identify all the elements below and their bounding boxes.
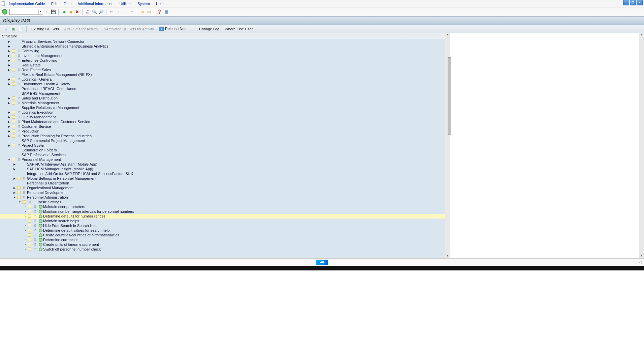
tree-row[interactable]: ▶🖹Organizational Management bbox=[0, 185, 445, 190]
text-doc-icon[interactable]: 🖹 bbox=[17, 101, 21, 105]
expand-icon[interactable]: ▶ bbox=[7, 111, 11, 114]
tree-row[interactable]: ▶🖹Environment, Health & Safety bbox=[0, 82, 445, 86]
tree-row[interactable]: ▶🖹Sales and Distribution bbox=[0, 96, 445, 100]
text-doc-icon[interactable]: 🖹 bbox=[33, 214, 37, 218]
tree-row[interactable]: •🖹Switch off personnel number check bbox=[0, 247, 445, 252]
activity-doc-icon[interactable] bbox=[11, 101, 15, 105]
execute-icon[interactable] bbox=[38, 205, 42, 209]
activity-doc-icon[interactable] bbox=[28, 209, 32, 213]
text-doc-icon[interactable]: 🖹 bbox=[17, 120, 21, 124]
existing-bc-sets-link[interactable]: Existing BC Sets bbox=[31, 27, 59, 31]
activity-doc-icon[interactable] bbox=[11, 134, 15, 138]
collapse-icon[interactable]: ▼ bbox=[13, 196, 16, 199]
execute-icon[interactable] bbox=[38, 224, 42, 228]
text-doc-icon[interactable]: 🖹 bbox=[17, 49, 21, 53]
text-doc-icon[interactable]: 🖹 bbox=[33, 233, 37, 237]
expand-icon[interactable]: ▶ bbox=[7, 102, 11, 105]
find-next-icon[interactable]: 🔎 bbox=[98, 9, 104, 14]
text-doc-icon[interactable]: 🖹 bbox=[33, 219, 37, 223]
expand-icon[interactable]: ▶ bbox=[13, 168, 16, 171]
expand-icon[interactable]: ▶ bbox=[7, 83, 11, 86]
tree-row[interactable]: SAP EHS Management bbox=[0, 91, 445, 96]
expand-icon[interactable]: ▶ bbox=[7, 64, 11, 67]
create-shortcut-icon[interactable]: ▭ bbox=[146, 9, 152, 14]
activity-doc-icon[interactable] bbox=[11, 110, 15, 114]
doc-icon[interactable]: 📄 bbox=[18, 26, 23, 32]
activity-doc-icon[interactable] bbox=[11, 68, 15, 72]
expand-icon[interactable]: ▶ bbox=[7, 120, 11, 123]
text-doc-icon[interactable]: 🖹 bbox=[17, 143, 21, 147]
prev-page-icon[interactable]: ↑ bbox=[116, 9, 121, 14]
expand-icon[interactable]: ▶ bbox=[7, 50, 11, 53]
expand-icon[interactable]: ▶ bbox=[7, 97, 11, 100]
expand-icon[interactable]: ▶ bbox=[7, 54, 11, 57]
tree-row[interactable]: ▶Strategic Enterprise Management/Busines… bbox=[0, 44, 445, 49]
menu-goto[interactable]: Goto bbox=[64, 2, 72, 6]
tree-row[interactable]: •🖹Maintain number range intervals for pe… bbox=[0, 209, 445, 214]
execute-icon[interactable] bbox=[38, 238, 42, 242]
minimize-button[interactable]: _ bbox=[623, 0, 629, 5]
activity-doc-icon[interactable] bbox=[11, 58, 15, 62]
cancel-icon[interactable]: ✖ bbox=[74, 9, 80, 14]
menu-help[interactable]: Help bbox=[156, 2, 164, 6]
expand-icon[interactable]: ▶ bbox=[7, 45, 11, 48]
activity-doc-icon[interactable] bbox=[28, 247, 32, 251]
tree-row[interactable]: Personnel & Organization bbox=[0, 181, 445, 185]
expand-all-icon[interactable]: ▽ bbox=[3, 26, 8, 32]
expand-icon[interactable]: ▶ bbox=[7, 40, 11, 43]
text-doc-icon[interactable]: 🖹 bbox=[17, 124, 21, 128]
expand-icon[interactable]: ▶ bbox=[7, 144, 11, 147]
scroll-up-icon[interactable]: ▲ bbox=[446, 33, 450, 37]
activity-doc-icon[interactable] bbox=[11, 120, 15, 124]
text-doc-icon[interactable]: 🖹 bbox=[17, 134, 21, 138]
text-doc-icon[interactable]: 🖹 bbox=[17, 82, 21, 86]
exit-icon[interactable]: ◀ bbox=[68, 9, 73, 14]
execute-icon[interactable] bbox=[38, 247, 42, 251]
tree-row[interactable]: ▶🖹Quality Management bbox=[0, 115, 445, 119]
tree-row[interactable]: Flexible Real Estate Management (RE-FX) bbox=[0, 72, 445, 77]
position-icon[interactable]: ▣ bbox=[10, 26, 16, 32]
scroll-down-icon[interactable]: ▼ bbox=[446, 254, 450, 258]
expand-icon[interactable]: ▶ bbox=[7, 130, 11, 133]
text-doc-icon[interactable]: 🖹 bbox=[17, 96, 21, 100]
expand-icon[interactable]: ▶ bbox=[7, 68, 11, 71]
tree-row[interactable]: ▶🖹Controlling bbox=[0, 49, 445, 53]
tree-row[interactable]: ▶SAP HCM Interview Assistant (Mobile App… bbox=[0, 162, 445, 167]
execute-icon[interactable] bbox=[38, 219, 42, 223]
execute-icon[interactable] bbox=[38, 209, 42, 213]
activity-doc-icon[interactable] bbox=[11, 157, 15, 162]
tree-row[interactable]: ▶🖹Project System bbox=[0, 143, 445, 148]
enter-icon[interactable]: ✓ bbox=[2, 9, 7, 14]
activity-doc-icon[interactable] bbox=[11, 82, 15, 86]
activity-doc-icon[interactable] bbox=[11, 54, 15, 58]
scroll-down-icon[interactable]: ▼ bbox=[640, 254, 644, 258]
text-doc-icon[interactable]: 🖹 bbox=[17, 68, 21, 72]
tree-row[interactable]: ▶Real Estate bbox=[0, 63, 445, 67]
collapse-icon[interactable]: ▼ bbox=[7, 158, 11, 161]
activity-doc-icon[interactable] bbox=[28, 242, 32, 246]
tree-row[interactable]: ▶🖹Plant Maintenance and Customer Service bbox=[0, 119, 445, 124]
text-doc-icon[interactable]: 🖹 bbox=[17, 54, 21, 58]
scroll-thumb[interactable] bbox=[448, 57, 451, 135]
menu-edit[interactable]: Edit bbox=[51, 2, 58, 6]
expand-icon[interactable]: ▶ bbox=[13, 191, 16, 194]
text-doc-icon[interactable]: 🖹 bbox=[22, 191, 26, 195]
tree-row[interactable]: •🖹Determine defaults for number ranges bbox=[0, 214, 445, 219]
tree-row[interactable]: •🖹Maintain user parameters bbox=[0, 204, 445, 209]
activity-doc-icon[interactable] bbox=[28, 233, 32, 237]
tree-row[interactable]: ▼🖹Personnel Management bbox=[0, 157, 445, 162]
text-doc-icon[interactable]: 🖹 bbox=[33, 242, 37, 246]
tree-row[interactable]: Product and REACH Compliance bbox=[0, 86, 445, 91]
text-doc-icon[interactable]: 🖹 bbox=[22, 186, 26, 190]
new-session-icon[interactable]: ▭ bbox=[139, 9, 145, 14]
restore-button[interactable]: ❐ bbox=[630, 0, 636, 5]
text-doc-icon[interactable]: 🖹 bbox=[17, 110, 21, 114]
text-doc-icon[interactable]: 🖹 bbox=[17, 58, 21, 62]
text-doc-icon[interactable]: 🖹 bbox=[17, 129, 21, 133]
expand-icon[interactable]: ▶ bbox=[7, 125, 11, 128]
expand-icon[interactable]: ▶ bbox=[7, 116, 11, 119]
release-notes-link[interactable]: iRelease Notes bbox=[159, 27, 189, 31]
tree-body[interactable]: ▶Financial Services Network Connector▶St… bbox=[0, 39, 445, 258]
tree-row[interactable]: ▶🖹Logistics - General bbox=[0, 77, 445, 82]
activated-bc-sets-link[interactable]: &Activated BC Sets for Activity bbox=[104, 27, 154, 31]
